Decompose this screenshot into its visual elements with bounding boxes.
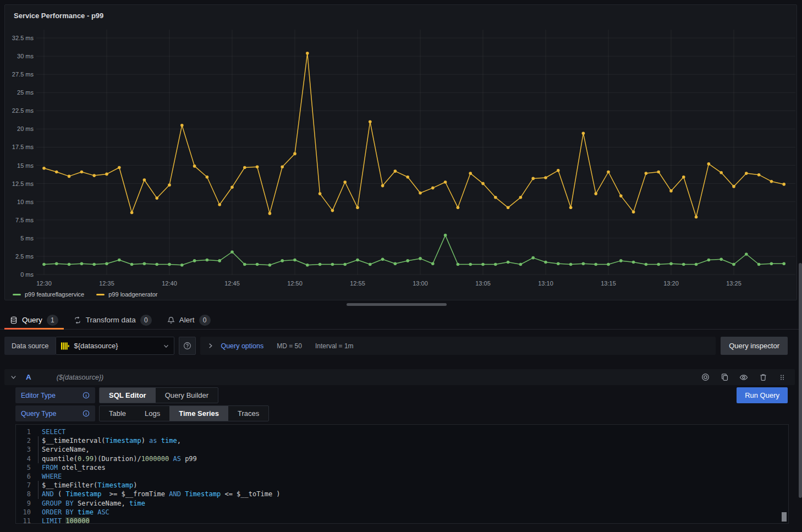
query-type-table[interactable]: Table <box>100 406 135 421</box>
chevron-down-icon <box>163 343 169 349</box>
tab-count-badge: 1 <box>47 315 58 326</box>
clickhouse-datasource-icon <box>61 342 69 350</box>
query-type-switch: Table Logs Time Series Traces <box>99 405 269 421</box>
hide-response-eye-icon[interactable] <box>737 371 751 384</box>
tab-alert[interactable]: Alert 0 <box>162 311 216 329</box>
tab-label: Transform data <box>86 316 136 324</box>
query-type-traces[interactable]: Traces <box>228 406 268 421</box>
transform-icon <box>74 316 81 324</box>
svg-text:27.5 ms: 27.5 ms <box>12 71 34 78</box>
svg-text:22.5 ms: 22.5 ms <box>12 107 34 114</box>
sql-code-line: 9GROUP BY ServiceName, time <box>16 499 788 508</box>
query-row-header[interactable]: A (${datasource}) <box>4 369 795 385</box>
datasource-label: Data source <box>4 337 56 355</box>
svg-text:15 ms: 15 ms <box>17 162 34 169</box>
svg-text:10 ms: 10 ms <box>17 199 34 205</box>
query-row-actions <box>698 371 789 384</box>
sql-code-line: 8AND ( Timestamp >= $__fromTime AND Time… <box>16 490 788 498</box>
collapse-chevron-icon[interactable] <box>10 374 17 381</box>
duplicate-query-icon[interactable] <box>717 371 732 384</box>
svg-text:30 ms: 30 ms <box>17 53 34 59</box>
tab-label: Alert <box>179 316 195 324</box>
svg-text:12:45: 12:45 <box>224 280 240 287</box>
svg-text:13:20: 13:20 <box>663 280 679 287</box>
svg-text:12:35: 12:35 <box>99 280 114 287</box>
sql-code-line: 1SELECT <box>16 427 788 436</box>
query-options-link[interactable]: Query options <box>221 342 263 350</box>
svg-text:5 ms: 5 ms <box>20 235 34 242</box>
query-datasource-hint: (${datasource}) <box>57 374 103 381</box>
legend-label: p99 featureflagservice <box>25 291 84 298</box>
chart-legend: p99 featureflagservice p99 loadgenerator <box>13 291 158 298</box>
sql-code-line: 3ServiceName, <box>16 445 788 454</box>
editor-type-query-builder[interactable]: Query Builder <box>156 388 218 403</box>
svg-text:12:30: 12:30 <box>36 280 52 287</box>
svg-text:12.5 ms: 12.5 ms <box>12 180 34 187</box>
svg-text:13:10: 13:10 <box>538 280 553 287</box>
svg-text:12:40: 12:40 <box>162 280 177 287</box>
datasource-value: ${datasource} <box>74 342 158 350</box>
sql-code-line: 2$__timeInterval(Timestamp) as time, <box>16 436 788 445</box>
svg-text:2.5 ms: 2.5 ms <box>15 253 34 260</box>
delete-query-trash-icon[interactable] <box>756 371 770 384</box>
svg-text:7.5 ms: 7.5 ms <box>15 217 34 223</box>
svg-text:13:25: 13:25 <box>726 280 741 287</box>
svg-text:17.5 ms: 17.5 ms <box>12 144 34 150</box>
query-type-label: Query Type <box>15 405 95 421</box>
query-refid[interactable]: A <box>26 373 31 381</box>
tab-query[interactable]: Query 1 <box>4 311 64 329</box>
legend-item-loadgenerator[interactable]: p99 loadgenerator <box>96 291 157 298</box>
editor-type-switch: SQL Editor Query Builder <box>99 387 218 403</box>
svg-text:12:50: 12:50 <box>287 280 303 287</box>
query-type-time-series[interactable]: Time Series <box>169 406 228 421</box>
query-options-bar: Query options MD = 50 Interval = 1m <box>200 337 716 355</box>
svg-text:13:05: 13:05 <box>475 280 491 287</box>
horizontal-scrollbar[interactable] <box>347 303 447 306</box>
editor-tabs: Query 1 Transform data 0 A <box>0 311 799 330</box>
svg-text:13:00: 13:00 <box>413 280 428 287</box>
svg-text:25 ms: 25 ms <box>17 89 34 96</box>
timeseries-chart[interactable]: 0 ms2.5 ms5 ms7.5 ms10 ms12.5 ms15 ms17.… <box>5 5 798 298</box>
sql-code-line: 4quantile(0.99)(Duration)/1000000 AS p99 <box>16 454 788 463</box>
sql-code-editor[interactable]: 1SELECT2$__timeInterval(Timestamp) as ti… <box>15 424 789 524</box>
sql-code-lines: 1SELECT2$__timeInterval(Timestamp) as ti… <box>16 427 788 524</box>
tab-transform-data[interactable]: Transform data 0 <box>68 311 157 329</box>
datasource-toolbar: Data source ${datasource} <box>4 337 788 355</box>
run-query-button[interactable]: Run Query <box>737 387 788 403</box>
interval: Interval = 1m <box>315 342 354 350</box>
query-type-logs[interactable]: Logs <box>135 406 169 421</box>
svg-text:32.5 ms: 32.5 ms <box>12 35 34 41</box>
page-scrollbar[interactable] <box>799 0 802 532</box>
info-icon[interactable] <box>83 392 90 399</box>
tab-count-badge: 0 <box>140 315 152 326</box>
series-color-swatch <box>96 294 105 295</box>
editor-type-label: Editor Type <box>15 387 95 403</box>
database-icon <box>10 316 18 324</box>
code-editor-scrollbar[interactable] <box>782 512 787 522</box>
tab-count-badge: 0 <box>199 315 211 326</box>
sql-code-line: 7$__timeFilter(Timestamp) <box>16 481 788 490</box>
editor-type-sql-editor[interactable]: SQL Editor <box>100 388 156 403</box>
svg-text:13:15: 13:15 <box>601 280 616 287</box>
target-icon[interactable] <box>698 371 712 384</box>
sql-code-line: 11LIMIT 100000 <box>16 517 788 524</box>
sql-code-line: 5FROM otel_traces <box>16 463 788 472</box>
angle-right-icon[interactable] <box>207 342 214 349</box>
info-icon[interactable] <box>83 410 90 417</box>
sql-code-line: 10ORDER BY time ASC <box>16 508 788 517</box>
max-data-points: MD = 50 <box>277 342 302 350</box>
sql-code-line: 6WHERE <box>16 472 788 481</box>
bell-icon <box>167 316 175 324</box>
datasource-select[interactable]: ${datasource} <box>56 337 174 355</box>
svg-text:0 ms: 0 ms <box>20 271 34 278</box>
svg-text:12:55: 12:55 <box>350 280 365 287</box>
page-scrollbar-thumb[interactable] <box>799 263 802 498</box>
drag-handle-icon[interactable] <box>775 371 789 384</box>
legend-label: p99 loadgenerator <box>108 291 157 298</box>
panel-title: Service Performance - p99 <box>14 12 103 20</box>
query-inspector-button[interactable]: Query inspector <box>721 337 788 355</box>
grafana-panel-edit-page: 0 ms2.5 ms5 ms7.5 ms10 ms12.5 ms15 ms17.… <box>0 0 802 532</box>
datasource-help-button[interactable] <box>179 337 196 355</box>
legend-item-featureflagservice[interactable]: p99 featureflagservice <box>13 291 84 298</box>
tab-label: Query <box>22 316 42 324</box>
